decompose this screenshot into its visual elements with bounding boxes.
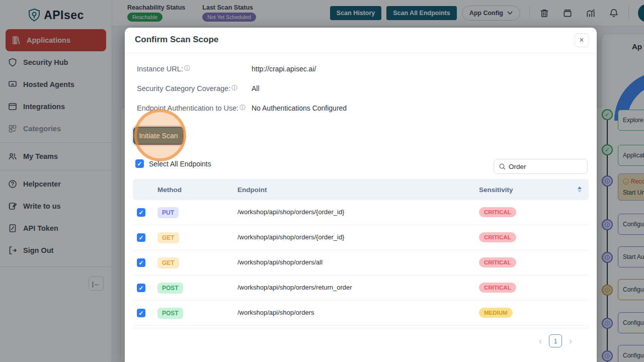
sensitivity-badge: CRITICAL: [479, 207, 516, 217]
search-input[interactable]: [509, 163, 582, 170]
row-checkbox[interactable]: ✓: [137, 309, 145, 317]
method-badge: POST: [157, 283, 183, 294]
next-page-icon[interactable]: ›: [569, 334, 572, 347]
table-row: ✓ GET /workshop/api/shop/orders/{order_i…: [133, 225, 589, 250]
table-row: ✓ POST /workshop/api/shop/orders MEDIUM: [133, 301, 589, 326]
column-header-method: Method: [157, 186, 182, 194]
divider: [133, 328, 589, 328]
table-row: ✓ POST /workshop/api/shop/orders/return_…: [133, 276, 589, 301]
row-checkbox[interactable]: ✓: [137, 208, 145, 217]
confirm-scan-scope-modal: Confirm Scan Scope × Instance URL:ⓘ http…: [125, 28, 597, 362]
pagination: ‹ 1 ›: [539, 334, 572, 347]
table-row: ✓ PUT /workshop/api/shop/orders/{order_i…: [133, 200, 589, 225]
field-label: Endpoint Authentication to Use:ⓘ: [137, 104, 252, 112]
sensitivity-badge: CRITICAL: [479, 257, 516, 267]
modal-title: Confirm Scan Scope: [135, 35, 218, 45]
endpoint-path: /workshop/api/shop/orders/{order_id}: [237, 208, 344, 216]
endpoint-path: /workshop/api/shop/orders/all: [237, 258, 323, 266]
modal-header: Confirm Scan Scope ×: [125, 28, 597, 53]
method-badge: GET: [157, 257, 179, 268]
prev-page-icon[interactable]: ‹: [539, 334, 542, 347]
scan-scope-fields: Instance URL:ⓘ http://crapi.apisec.ai/ S…: [137, 59, 347, 118]
endpoint-table: ✓ PUT /workshop/api/shop/orders/{order_i…: [133, 200, 589, 326]
field-label: Instance URL:ⓘ: [137, 64, 252, 73]
sensitivity-badge: CRITICAL: [479, 232, 516, 242]
info-icon[interactable]: ⓘ: [184, 64, 190, 73]
search-icon: [499, 163, 506, 170]
field-value: All: [252, 84, 260, 93]
sensitivity-badge: MEDIUM: [479, 308, 513, 318]
method-badge: GET: [157, 232, 179, 243]
select-all-checkbox[interactable]: ✓: [135, 159, 144, 168]
row-checkbox[interactable]: ✓: [137, 233, 145, 242]
field-value: http://crapi.apisec.ai/: [252, 65, 316, 73]
endpoint-path: /workshop/api/shop/orders/{order_id}: [237, 233, 344, 241]
info-icon[interactable]: ⓘ: [231, 84, 237, 93]
page-number-button[interactable]: 1: [549, 334, 562, 347]
endpoint-path: /workshop/api/shop/orders: [237, 309, 314, 316]
field-instance-url: Instance URL:ⓘ http://crapi.apisec.ai/: [137, 59, 347, 78]
method-badge: POST: [157, 308, 183, 319]
select-all-row: ✓ Select All Endpoints: [135, 159, 211, 168]
info-icon[interactable]: ⓘ: [239, 104, 246, 112]
column-header-endpoint: Endpoint: [237, 186, 267, 194]
row-checkbox[interactable]: ✓: [137, 284, 145, 292]
row-checkbox[interactable]: ✓: [137, 258, 145, 267]
sensitivity-badge: CRITICAL: [479, 283, 516, 293]
close-icon[interactable]: ×: [575, 33, 589, 47]
column-header-sensitivity: Sensitivity: [479, 186, 513, 194]
field-security-category-coverage: Security Category Coverage:ⓘ All: [137, 78, 347, 98]
sort-icon[interactable]: [578, 187, 582, 193]
field-endpoint-authentication: Endpoint Authentication to Use:ⓘ No Auth…: [137, 98, 347, 118]
table-row: ✓ GET /workshop/api/shop/orders/all CRIT…: [133, 250, 589, 276]
initiate-scan-button[interactable]: Initiate Scan: [133, 127, 184, 145]
select-all-label: Select All Endpoints: [149, 160, 211, 168]
endpoint-search: [494, 159, 588, 174]
field-label: Security Category Coverage:ⓘ: [137, 84, 252, 93]
field-value: No Authentications Configured: [252, 104, 347, 112]
method-badge: PUT: [157, 207, 179, 218]
endpoint-path: /workshop/api/shop/orders/return_order: [237, 284, 352, 291]
table-header: Method Endpoint Sensitivity: [133, 179, 589, 200]
